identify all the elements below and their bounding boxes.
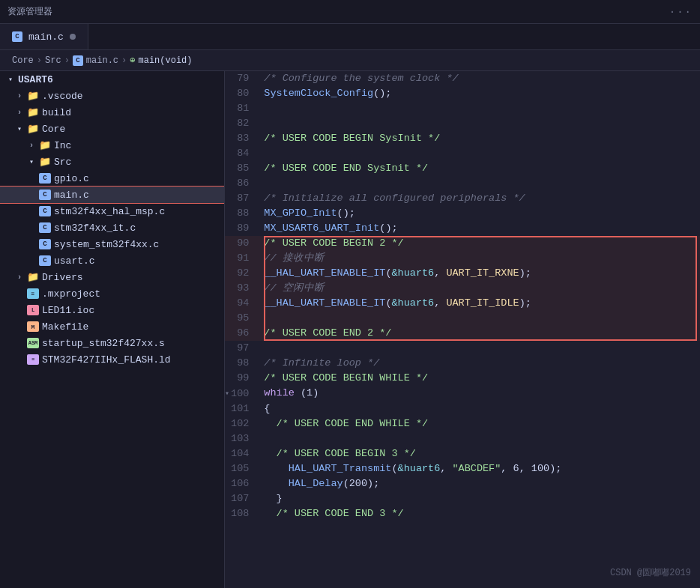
title-bar-text: 资源管理器 (7, 5, 52, 18)
breadcrumb-c-icon: C (73, 55, 83, 66)
breadcrumb-func-icon: ⊕ (130, 55, 135, 66)
table-row: 98/* Infinite loop */ (225, 356, 700, 371)
sidebar-label-mxproject: .mxproject (42, 288, 100, 300)
code-editor[interactable]: 79/* Configure the system clock */80Syst… (225, 71, 700, 588)
sidebar-item-makefile[interactable]: M Makefile (0, 318, 224, 335)
table-row: 79/* Configure the system clock */ (225, 71, 700, 86)
sidebar-item-build[interactable]: › 📁 build (0, 104, 224, 121)
line-number: 88 (225, 206, 261, 221)
line-content: /* Configure the system clock */ (261, 71, 700, 86)
sidebar-label-gpio-c: gpio.c (54, 173, 89, 184)
line-content: /* USER CODE BEGIN 2 */ (261, 236, 700, 251)
line-content (261, 341, 700, 356)
table-row: 83/* USER CODE BEGIN SysInit */ (225, 131, 700, 146)
sidebar-label-build: build (42, 107, 71, 118)
line-number: 106 (225, 476, 261, 491)
line-content: // 接收中断 (261, 251, 700, 266)
sidebar-item-it-c[interactable]: C stm32f4xx_it.c (0, 219, 224, 236)
mxproject-icon: ≡ (27, 288, 39, 299)
line-content: /* USER CODE BEGIN WHILE */ (261, 371, 700, 386)
sidebar-folder-icon-vscode: 📁 (27, 90, 39, 102)
watermark: CSDN @圆嘟嘟2019 (610, 566, 691, 579)
table-row: 107 } (225, 491, 700, 506)
sidebar-item-src[interactable]: ▾ 📁 Src (0, 154, 224, 170)
usart-c-icon: C (39, 255, 51, 266)
sidebar-item-core[interactable]: ▾ 📁 Core (0, 121, 224, 137)
line-number: 98 (225, 356, 261, 371)
sidebar-item-gpio-c[interactable]: C gpio.c (0, 170, 224, 187)
table-row: 87/* Initialize all configured periphera… (225, 191, 700, 206)
breadcrumb-function[interactable]: main(void) (138, 55, 192, 66)
table-row: 91// 接收中断 (225, 251, 700, 266)
table-row: 105 HAL_UART_Transmit(&huart6, "ABCDEF",… (225, 461, 700, 476)
breadcrumb-src[interactable]: Src (45, 55, 61, 66)
line-number: 84 (225, 146, 261, 161)
line-number: 108 (225, 506, 261, 521)
table-row: 89MX_USART6_UART_Init(); (225, 221, 700, 236)
hal-msp-c-icon: C (39, 206, 51, 216)
line-content (261, 101, 700, 116)
line-content: SystemClock_Config(); (261, 86, 700, 101)
table-row: 88MX_GPIO_Init(); (225, 206, 700, 221)
sidebar-item-mxproject[interactable]: ≡ .mxproject (0, 285, 224, 302)
line-content: // 空闲中断 (261, 281, 700, 296)
table-row: 80SystemClock_Config(); (225, 86, 700, 101)
table-row: 104 /* USER CODE BEGIN 3 */ (225, 446, 700, 461)
line-number: 80 (225, 86, 261, 101)
sidebar-label-flash-ld: STM32F427IIHx_FLASH.ld (42, 354, 171, 366)
sidebar-label-main-c: main.c (54, 190, 89, 201)
breadcrumb-file[interactable]: main.c (86, 55, 118, 66)
sidebar-label-it-c: stm32f4xx_it.c (54, 222, 136, 234)
line-content (261, 146, 700, 161)
it-c-icon: C (39, 222, 51, 233)
sidebar-item-hal-msp[interactable]: C stm32f4xx_hal_msp.c (0, 203, 224, 219)
line-number: 95 (225, 311, 261, 326)
sidebar-item-main-c[interactable]: C main.c (0, 187, 224, 203)
sidebar-label-drivers: Drivers (42, 272, 83, 283)
line-content (261, 311, 700, 326)
sidebar-item-inc[interactable]: › 📁 Inc (0, 137, 224, 154)
title-bar-menu-dots[interactable]: ··· (669, 6, 693, 18)
sidebar-item-drivers[interactable]: › 📁 Drivers (0, 269, 224, 285)
line-content: __HAL_UART_ENABLE_IT(&huart6, UART_IT_ID… (261, 296, 700, 311)
sidebar-folder-icon-src: 📁 (39, 156, 51, 168)
line-content: { (261, 401, 700, 416)
line-number: 86 (225, 176, 261, 191)
sidebar-label-startup: startup_stm32f427xx.s (42, 338, 165, 349)
line-number: 107 (225, 491, 261, 506)
line-content: /* Initialize all configured peripherals… (261, 191, 700, 206)
table-row: 102 /* USER CODE END WHILE */ (225, 416, 700, 431)
sidebar-item-usart-c[interactable]: C usart.c (0, 252, 224, 269)
line-content: __HAL_UART_ENABLE_IT(&huart6, UART_IT_RX… (261, 266, 700, 281)
sidebar-item-system-c[interactable]: C system_stm32f4xx.c (0, 236, 224, 252)
table-row: 93// 空闲中断 (225, 281, 700, 296)
sidebar-item-led11-ioc[interactable]: L LED11.ioc (0, 302, 224, 318)
sidebar-item-flash-ld[interactable]: ≡ STM32F427IIHx_FLASH.ld (0, 351, 224, 368)
main-c-icon: C (39, 190, 51, 200)
line-content: MX_USART6_UART_Init(); (261, 221, 700, 236)
ld-icon: ≡ (27, 354, 39, 365)
line-content: /* USER CODE BEGIN 3 */ (261, 446, 700, 461)
table-row: 96/* USER CODE END 2 */ (225, 326, 700, 341)
breadcrumb-sep-1: › (37, 55, 42, 66)
line-number: 81 (225, 101, 261, 116)
drivers-chevron-icon: › (15, 273, 24, 282)
line-number: 102 (225, 416, 261, 431)
line-number: 85 (225, 161, 261, 176)
line-number: ▾100 (225, 386, 261, 401)
table-row: 81 (225, 101, 700, 116)
breadcrumb: Core › Src › C main.c › ⊕ main(void) (0, 50, 700, 71)
main-layout: ▾ USART6 › 📁 .vscode › 📁 build ▾ 📁 Core … (0, 71, 700, 588)
sidebar-root[interactable]: ▾ USART6 (0, 71, 224, 88)
table-row: ▾100while (1) (225, 386, 700, 401)
tab-main-c[interactable]: C main.c (0, 23, 88, 49)
breadcrumb-core[interactable]: Core (12, 55, 34, 66)
sidebar-item-startup[interactable]: ASM startup_stm32f427xx.s (0, 335, 224, 351)
line-number: 105 (225, 461, 261, 476)
sidebar-item-vscode[interactable]: › 📁 .vscode (0, 88, 224, 104)
src-chevron-icon: ▾ (27, 157, 36, 166)
line-content: HAL_UART_Transmit(&huart6, "ABCDEF", 6, … (261, 461, 700, 476)
sidebar-label-led11: LED11.ioc (42, 305, 94, 316)
tab-c-icon: C (12, 31, 22, 42)
sidebar-label-usart-c: usart.c (54, 255, 95, 267)
